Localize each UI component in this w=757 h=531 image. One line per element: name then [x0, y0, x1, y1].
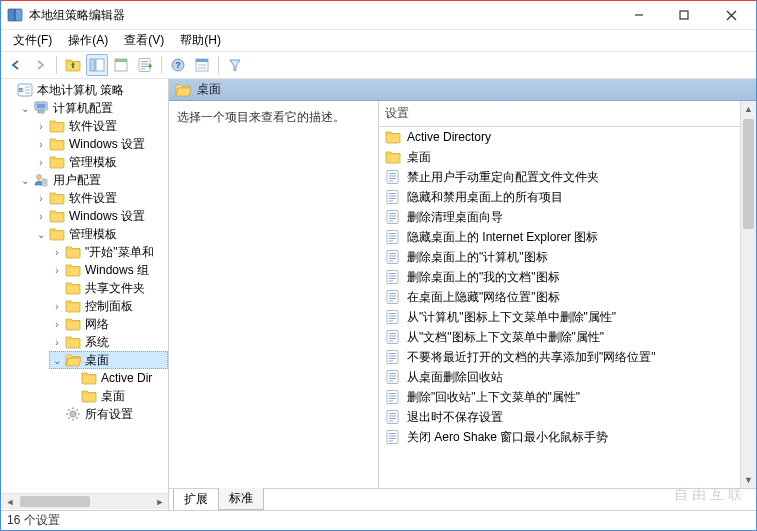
folder-icon — [65, 316, 81, 332]
collapse-twisty-icon[interactable]: › — [35, 211, 47, 222]
scroll-thumb[interactable] — [743, 119, 754, 229]
user-icon — [33, 172, 49, 188]
tree-u-ad[interactable]: Active Dir — [65, 369, 168, 387]
folder-icon — [49, 154, 65, 170]
list-item[interactable]: 退出时不保存设置 — [379, 407, 740, 427]
description-pane: 选择一个项目来查看它的描述。 — [169, 101, 379, 488]
collapse-twisty-icon[interactable]: › — [51, 337, 63, 348]
list-item[interactable]: 删除清理桌面向导 — [379, 207, 740, 227]
export-button[interactable] — [134, 54, 156, 76]
tree-label: 用户配置 — [53, 172, 101, 189]
policy-icon — [385, 329, 401, 345]
settings-list[interactable]: 设置 Active Directory桌面禁止用户手动重定向配置文件文件夹隐藏和… — [379, 101, 740, 488]
list-item[interactable]: 从"计算机"图标上下文菜单中删除"属性" — [379, 307, 740, 327]
tree-u-shared[interactable]: 共享文件夹 — [49, 279, 168, 297]
scroll-right-icon[interactable]: ► — [152, 497, 168, 507]
list-item[interactable]: 隐藏桌面上的 Internet Explorer 图标 — [379, 227, 740, 247]
policy-icon — [385, 369, 401, 385]
app-window: 本地组策略编辑器 文件(F) 操作(A) 查看(V) 帮助(H) — [0, 0, 757, 531]
nav-forward-button[interactable] — [29, 54, 51, 76]
filter-button[interactable] — [224, 54, 246, 76]
collapse-twisty-icon[interactable]: › — [51, 319, 63, 330]
tree-u-software[interactable]: ›软件设置 — [33, 189, 168, 207]
scroll-thumb[interactable] — [20, 496, 90, 507]
list-item[interactable]: 不要将最近打开的文档的共享添加到"网络位置" — [379, 347, 740, 367]
tree-u-allsettings[interactable]: 所有设置 — [49, 405, 168, 423]
options-button[interactable] — [191, 54, 213, 76]
svg-rect-32 — [90, 59, 95, 71]
tree-label: 共享文件夹 — [85, 280, 145, 297]
show-tree-button[interactable] — [86, 54, 108, 76]
folder-icon — [65, 334, 81, 350]
policy-icon — [385, 429, 401, 445]
list-item[interactable]: 删除"回收站"上下文菜单的"属性" — [379, 387, 740, 407]
tree-u-admin[interactable]: ⌄管理模板 — [33, 225, 168, 243]
up-level-button[interactable] — [62, 54, 84, 76]
folder-icon — [49, 226, 65, 242]
maximize-button[interactable] — [661, 1, 706, 29]
collapse-twisty-icon[interactable]: › — [35, 121, 47, 132]
column-header-setting[interactable]: 设置 — [379, 101, 740, 127]
tree-c-software[interactable]: ›软件设置 — [33, 117, 168, 135]
collapse-twisty-icon[interactable]: › — [35, 139, 47, 150]
tree-computer-config[interactable]: ⌄ 计算机配置 — [17, 99, 168, 117]
properties-button[interactable] — [110, 54, 132, 76]
svg-text:?: ? — [175, 60, 181, 70]
scroll-up-icon[interactable]: ▲ — [741, 101, 756, 117]
menu-action[interactable]: 操作(A) — [60, 30, 116, 51]
minimize-button[interactable] — [616, 1, 661, 29]
list-item[interactable]: 删除桌面上的"计算机"图标 — [379, 247, 740, 267]
tree-label: 所有设置 — [85, 406, 133, 423]
nav-back-button[interactable] — [5, 54, 27, 76]
list-item[interactable]: 从桌面删除回收站 — [379, 367, 740, 387]
menu-help[interactable]: 帮助(H) — [172, 30, 229, 51]
list-item[interactable]: 在桌面上隐藏"网络位置"图标 — [379, 287, 740, 307]
tree-root[interactable]: 本地计算机 策略 — [1, 81, 168, 99]
policy-icon — [385, 289, 401, 305]
tree-u-desk2[interactable]: 桌面 — [65, 387, 168, 405]
help-button[interactable]: ? — [167, 54, 189, 76]
tree-c-windows[interactable]: ›Windows 设置 — [33, 135, 168, 153]
expand-twisty-icon[interactable]: ⌄ — [19, 175, 31, 186]
list-item[interactable]: Active Directory — [379, 127, 740, 147]
tree-u-wincomp[interactable]: ›Windows 组 — [49, 261, 168, 279]
titlebar: 本地组策略编辑器 — [1, 1, 756, 29]
list-item[interactable]: 从"文档"图标上下文菜单中删除"属性" — [379, 327, 740, 347]
tree-hscrollbar[interactable]: ◄ ► — [2, 493, 168, 509]
folder-icon — [49, 136, 65, 152]
tree-u-cpanel[interactable]: ›控制面板 — [49, 297, 168, 315]
tree-u-windows[interactable]: ›Windows 设置 — [33, 207, 168, 225]
close-button[interactable] — [706, 1, 756, 29]
scroll-left-icon[interactable]: ◄ — [2, 497, 18, 507]
list-item[interactable]: 关闭 Aero Shake 窗口最小化鼠标手势 — [379, 427, 740, 447]
toolbar: ? — [1, 51, 756, 79]
menu-file[interactable]: 文件(F) — [5, 30, 60, 51]
tree-c-admin[interactable]: ›管理模板 — [33, 153, 168, 171]
collapse-twisty-icon[interactable]: › — [51, 265, 63, 276]
tab-standard[interactable]: 标准 — [218, 488, 264, 510]
list-item[interactable]: 桌面 — [379, 147, 740, 167]
list-vscrollbar[interactable]: ▲ ▼ — [740, 101, 756, 488]
tab-extended[interactable]: 扩展 — [173, 489, 219, 510]
policy-icon — [385, 409, 401, 425]
tree-user-config[interactable]: ⌄ 用户配置 — [17, 171, 168, 189]
policy-icon — [385, 389, 401, 405]
collapse-twisty-icon[interactable]: › — [51, 247, 63, 258]
collapse-twisty-icon[interactable]: › — [35, 157, 47, 168]
tree-u-network[interactable]: ›网络 — [49, 315, 168, 333]
scroll-down-icon[interactable]: ▼ — [741, 472, 756, 488]
collapse-twisty-icon[interactable]: › — [35, 193, 47, 204]
tree-u-desktop[interactable]: ⌄桌面 — [49, 351, 168, 369]
expand-twisty-icon[interactable]: ⌄ — [51, 355, 63, 366]
list-item[interactable]: 删除桌面上的"我的文档"图标 — [379, 267, 740, 287]
tree-u-startmenu[interactable]: ›"开始"菜单和 — [49, 243, 168, 261]
tree-u-system[interactable]: ›系统 — [49, 333, 168, 351]
list-item[interactable]: 隐藏和禁用桌面上的所有项目 — [379, 187, 740, 207]
menu-view[interactable]: 查看(V) — [116, 30, 172, 51]
collapse-twisty-icon[interactable]: › — [51, 301, 63, 312]
expand-twisty-icon[interactable]: ⌄ — [19, 103, 31, 114]
folder-icon — [81, 370, 97, 386]
tree-label: 网络 — [85, 316, 109, 333]
list-item[interactable]: 禁止用户手动重定向配置文件文件夹 — [379, 167, 740, 187]
expand-twisty-icon[interactable]: ⌄ — [35, 229, 47, 240]
